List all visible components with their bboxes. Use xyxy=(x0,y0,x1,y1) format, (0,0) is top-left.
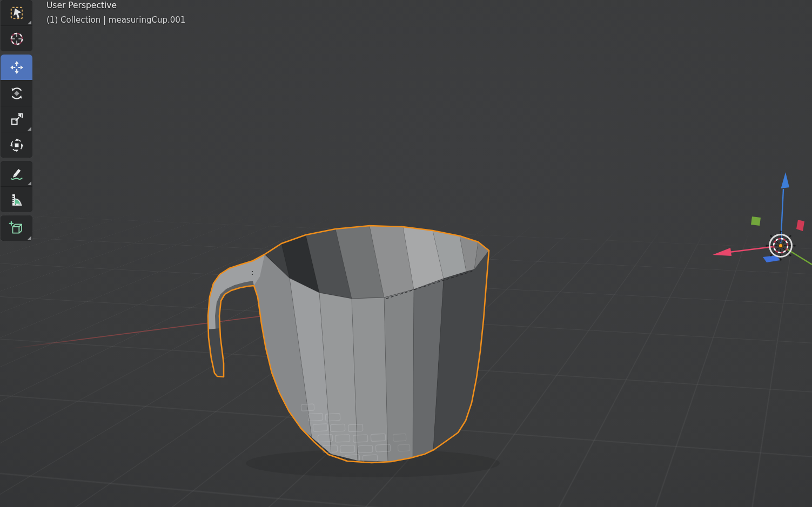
view-perspective-label: User Perspective xyxy=(46,1,117,10)
cursor-icon xyxy=(9,31,25,47)
tool-shelf xyxy=(1,0,32,244)
tool-select-box-button[interactable] xyxy=(1,0,32,25)
blender-3d-viewport-window: { "header": { "view_label": "User Perspe… xyxy=(0,0,812,507)
gizmo-plane-yz-handle[interactable] xyxy=(751,217,761,226)
scale-icon xyxy=(9,111,25,127)
cup-handle xyxy=(208,254,265,377)
measuring-cup-model[interactable] xyxy=(208,226,489,465)
tool-annotate-button[interactable] xyxy=(1,161,32,186)
x-axis-line xyxy=(8,316,264,349)
gizmo-x-arrowhead[interactable] xyxy=(713,248,732,256)
scene-canvas xyxy=(0,0,812,507)
gizmo-z-arrowhead[interactable] xyxy=(781,172,790,188)
more-options-indicator xyxy=(28,127,31,131)
tool-add-cube-button[interactable] xyxy=(1,215,32,241)
tool-move-button[interactable] xyxy=(1,55,32,80)
gizmo-z-axis-arrow[interactable] xyxy=(781,189,783,244)
more-options-indicator xyxy=(28,21,31,24)
add-cube-icon xyxy=(9,220,25,236)
more-options-indicator xyxy=(28,181,31,185)
transform-icon xyxy=(9,137,25,153)
move-icon xyxy=(9,59,25,76)
rotate-icon xyxy=(9,85,25,102)
tool-measure-button[interactable] xyxy=(1,187,32,212)
tool-scale-button[interactable] xyxy=(1,106,32,132)
tool-cursor-button[interactable] xyxy=(1,26,32,51)
tool-transform-button[interactable] xyxy=(1,132,32,158)
move-gizmo[interactable] xyxy=(713,172,812,265)
measure-icon xyxy=(9,192,25,208)
more-options-indicator xyxy=(28,236,31,240)
tool-rotate-button[interactable] xyxy=(1,80,32,106)
gizmo-x-axis-arrow[interactable] xyxy=(729,247,773,252)
gizmo-plane-xz-handle[interactable] xyxy=(796,220,804,231)
3d-viewport[interactable]: User Perspective (1) Collection | measur… xyxy=(0,0,812,507)
select-box-icon xyxy=(9,5,25,21)
object-origin-dot xyxy=(779,244,782,247)
breadcrumb: (1) Collection | measuringCup.001 xyxy=(46,15,185,25)
annotate-icon xyxy=(9,166,25,182)
